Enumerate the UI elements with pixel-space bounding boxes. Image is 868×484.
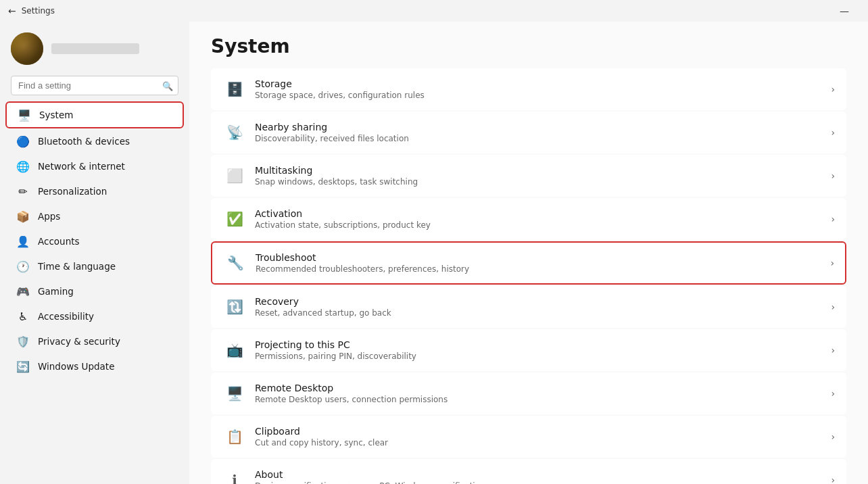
settings-item-activation[interactable]: ✅ActivationActivation state, subscriptio…	[211, 198, 846, 240]
recovery-text: RecoveryReset, advanced startup, go back	[255, 296, 825, 318]
settings-item-nearby-sharing[interactable]: 📡Nearby sharingDiscoverability, received…	[211, 112, 846, 153]
time-icon: 🕐	[16, 260, 30, 273]
troubleshoot-text: TroubleshootRecommended troubleshooters,…	[256, 252, 825, 274]
clipboard-desc: Cut and copy history, sync, clear	[255, 438, 825, 447]
nearby-sharing-desc: Discoverability, received files location	[255, 134, 825, 143]
about-title: About	[255, 469, 825, 480]
remote-desktop-title: Remote Desktop	[255, 383, 825, 393]
nearby-sharing-icon: 📡	[222, 120, 247, 145]
about-text: AboutDevice specifications, rename PC, W…	[255, 469, 825, 484]
projecting-chevron: ›	[831, 345, 835, 356]
settings-item-projecting[interactable]: 📺Projecting to this PCPermissions, pairi…	[211, 329, 846, 371]
sidebar-item-label-privacy: Privacy & security	[38, 336, 120, 347]
recovery-title: Recovery	[255, 296, 825, 307]
back-icon[interactable]: ←	[8, 5, 16, 16]
sidebar-item-label-gaming: Gaming	[38, 286, 74, 297]
storage-chevron: ›	[831, 84, 835, 95]
troubleshoot-desc: Recommended troubleshooters, preferences…	[256, 264, 825, 274]
multitasking-desc: Snap windows, desktops, task switching	[255, 177, 825, 187]
avatar[interactable]	[11, 32, 43, 65]
settings-item-about[interactable]: ℹ️AboutDevice specifications, rename PC,…	[211, 459, 846, 484]
settings-item-remote-desktop[interactable]: 🖥️Remote DesktopRemote Desktop users, co…	[211, 372, 846, 414]
sidebar-item-bluetooth[interactable]: 🔵Bluetooth & devices	[5, 129, 184, 153]
troubleshoot-icon: 🔧	[223, 251, 247, 275]
nearby-sharing-chevron: ›	[831, 127, 835, 138]
minimize-button[interactable]: —	[829, 0, 860, 22]
remote-desktop-icon: 🖥️	[222, 381, 247, 406]
multitasking-title: Multitasking	[255, 165, 825, 176]
sidebar-item-system[interactable]: 🖥️System	[5, 101, 184, 128]
multitasking-chevron: ›	[831, 170, 835, 181]
sidebar-item-label-time: Time & language	[38, 261, 116, 272]
sidebar-item-label-network: Network & internet	[38, 161, 125, 172]
sidebar-item-label-personalization: Personalization	[38, 186, 107, 197]
storage-text: StorageStorage space, drives, configurat…	[255, 78, 825, 100]
sidebar-item-label-accounts: Accounts	[38, 236, 80, 247]
sidebar-item-apps[interactable]: 📦Apps	[5, 204, 184, 228]
apps-icon: 📦	[16, 210, 30, 223]
update-icon: 🔄	[16, 360, 30, 373]
remote-desktop-text: Remote DesktopRemote Desktop users, conn…	[255, 383, 825, 404]
content-area: System 🗄️StorageStorage space, drives, c…	[189, 22, 868, 484]
storage-title: Storage	[255, 78, 825, 89]
search-box: 🔍	[11, 76, 178, 95]
clipboard-icon: 📋	[222, 425, 247, 449]
settings-item-troubleshoot[interactable]: 🔧TroubleshootRecommended troubleshooters…	[211, 241, 846, 285]
settings-item-storage[interactable]: 🗄️StorageStorage space, drives, configur…	[211, 68, 846, 110]
projecting-text: Projecting to this PCPermissions, pairin…	[255, 339, 825, 361]
sidebar-item-personalization[interactable]: ✏️Personalization	[5, 179, 184, 203]
sidebar-item-network[interactable]: 🌐Network & internet	[5, 154, 184, 178]
title-bar: ← Settings —	[0, 0, 868, 22]
network-icon: 🌐	[16, 160, 30, 173]
sidebar: 🔍 🖥️System🔵Bluetooth & devices🌐Network &…	[0, 22, 189, 484]
activation-title: Activation	[255, 208, 825, 219]
title-bar-left: ← Settings	[8, 5, 55, 16]
activation-chevron: ›	[831, 214, 835, 224]
about-chevron: ›	[831, 475, 835, 484]
privacy-icon: 🛡️	[16, 335, 30, 348]
accounts-icon: 👤	[16, 235, 30, 248]
clipboard-title: Clipboard	[255, 426, 825, 437]
nav-container: 🖥️System🔵Bluetooth & devices🌐Network & i…	[0, 101, 189, 379]
app-body: 🔍 🖥️System🔵Bluetooth & devices🌐Network &…	[0, 22, 868, 484]
settings-item-clipboard[interactable]: 📋ClipboardCut and copy history, sync, cl…	[211, 416, 846, 458]
user-section	[0, 22, 189, 73]
remote-desktop-chevron: ›	[831, 388, 835, 399]
search-input[interactable]	[11, 76, 178, 95]
sidebar-item-accounts[interactable]: 👤Accounts	[5, 229, 184, 253]
activation-desc: Activation state, subscriptions, product…	[255, 220, 825, 230]
sidebar-item-time[interactable]: 🕐Time & language	[5, 254, 184, 279]
title-bar-controls: —	[829, 0, 860, 22]
activation-text: ActivationActivation state, subscription…	[255, 208, 825, 230]
recovery-desc: Reset, advanced startup, go back	[255, 308, 825, 318]
settings-item-multitasking[interactable]: ⬜MultitaskingSnap windows, desktops, tas…	[211, 155, 846, 197]
remote-desktop-desc: Remote Desktop users, connection permiss…	[255, 395, 825, 404]
app-title: Settings	[22, 6, 55, 16]
accessibility-icon: ♿	[16, 310, 30, 323]
system-icon: 🖥️	[18, 108, 31, 122]
troubleshoot-title: Troubleshoot	[256, 252, 825, 263]
bluetooth-icon: 🔵	[16, 135, 30, 148]
sidebar-item-gaming[interactable]: 🎮Gaming	[5, 279, 184, 304]
sidebar-item-update[interactable]: 🔄Windows Update	[5, 354, 184, 379]
about-icon: ℹ️	[222, 468, 247, 484]
settings-list: 🗄️StorageStorage space, drives, configur…	[211, 68, 846, 484]
sidebar-item-accessibility[interactable]: ♿Accessibility	[5, 304, 184, 329]
sidebar-item-label-bluetooth: Bluetooth & devices	[38, 136, 130, 147]
projecting-desc: Permissions, pairing PIN, discoverabilit…	[255, 352, 825, 361]
clipboard-text: ClipboardCut and copy history, sync, cle…	[255, 426, 825, 447]
nearby-sharing-text: Nearby sharingDiscoverability, received …	[255, 122, 825, 143]
storage-icon: 🗄️	[222, 77, 247, 101]
sidebar-item-privacy[interactable]: 🛡️Privacy & security	[5, 329, 184, 354]
settings-item-recovery[interactable]: 🔃RecoveryReset, advanced startup, go bac…	[211, 286, 846, 328]
clipboard-chevron: ›	[831, 431, 835, 442]
projecting-title: Projecting to this PC	[255, 339, 825, 350]
recovery-chevron: ›	[831, 301, 835, 312]
multitasking-text: MultitaskingSnap windows, desktops, task…	[255, 165, 825, 187]
recovery-icon: 🔃	[222, 295, 247, 319]
storage-desc: Storage space, drives, configuration rul…	[255, 91, 825, 100]
personalization-icon: ✏️	[16, 185, 30, 198]
troubleshoot-chevron: ›	[830, 258, 834, 268]
user-info-placeholder	[51, 43, 139, 54]
sidebar-item-label-apps: Apps	[38, 211, 60, 222]
